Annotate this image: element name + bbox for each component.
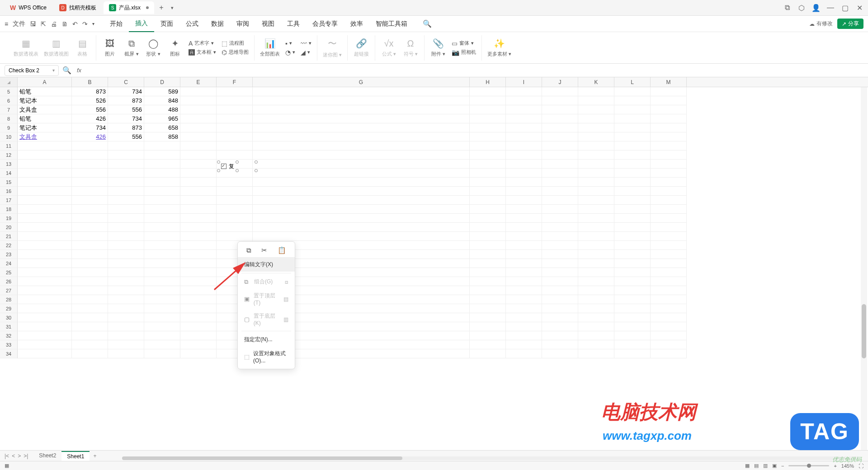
cell-D11[interactable]: [144, 141, 180, 150]
cell-L10[interactable]: [614, 132, 651, 141]
symbol-button[interactable]: Ω符号 ▾: [402, 38, 419, 57]
cell-C30[interactable]: [108, 313, 144, 322]
cell-H19[interactable]: [470, 214, 506, 223]
cell-H25[interactable]: [470, 268, 506, 277]
cell-B12[interactable]: [72, 150, 108, 160]
menu-item-6[interactable]: 视图: [255, 16, 281, 32]
row-header-20[interactable]: 20: [0, 223, 18, 232]
cell-K8[interactable]: [578, 114, 614, 123]
camera-button[interactable]: 📷照相机: [452, 49, 476, 56]
ctx-format-object[interactable]: ⬚设置对象格式(O)...: [238, 347, 295, 367]
horizontal-scrollbar[interactable]: [122, 456, 859, 461]
cell-E33[interactable]: [180, 340, 217, 349]
cell-I18[interactable]: [506, 205, 542, 214]
cell-A20[interactable]: [18, 223, 72, 232]
cell-M27[interactable]: [651, 286, 687, 295]
row-header-23[interactable]: 23: [0, 250, 18, 259]
cell-C28[interactable]: [108, 295, 144, 304]
view-pagebreak-icon[interactable]: ▤: [754, 463, 759, 469]
cell-L23[interactable]: [614, 250, 651, 259]
cell-D12[interactable]: [144, 150, 180, 160]
cell-H15[interactable]: [470, 178, 506, 187]
cell-E14[interactable]: [180, 169, 217, 178]
ctx-paste-icon[interactable]: 📋: [278, 246, 286, 254]
cell-A34[interactable]: [18, 349, 72, 358]
menu-item-2[interactable]: 页面: [154, 16, 179, 32]
cell-H16[interactable]: [470, 187, 506, 196]
cell-M17[interactable]: [651, 196, 687, 205]
cell-M25[interactable]: [651, 268, 687, 277]
cell-K7[interactable]: [578, 105, 614, 114]
print-icon[interactable]: 🖨: [51, 20, 57, 28]
cell-K33[interactable]: [578, 340, 614, 349]
cell-J13[interactable]: [542, 160, 578, 169]
cell-L32[interactable]: [614, 331, 651, 340]
cell-F8[interactable]: [217, 114, 253, 123]
cell-A23[interactable]: [18, 250, 72, 259]
cell-M8[interactable]: [651, 114, 687, 123]
cell-C14[interactable]: [108, 169, 144, 178]
cell-D22[interactable]: [144, 241, 180, 250]
cell-I30[interactable]: [506, 313, 542, 322]
cell-D33[interactable]: [144, 340, 180, 349]
chart-pie-button[interactable]: ◔▾: [285, 49, 295, 56]
cell-B24[interactable]: [72, 259, 108, 268]
cell-A25[interactable]: [18, 268, 72, 277]
cell-H28[interactable]: [470, 295, 506, 304]
cell-E12[interactable]: [180, 150, 217, 160]
tab-app[interactable]: W WPS Office: [5, 1, 52, 14]
screenshot-button[interactable]: ⧉截屏 ▾: [123, 38, 140, 57]
cell-E15[interactable]: [180, 178, 217, 187]
icons-button[interactable]: ✦图标: [167, 38, 183, 57]
cell-J34[interactable]: [542, 349, 578, 358]
cell-D31[interactable]: [144, 322, 180, 331]
cell-J26[interactable]: [542, 277, 578, 286]
row-header-33[interactable]: 33: [0, 340, 18, 349]
cell-L19[interactable]: [614, 214, 651, 223]
cell-D28[interactable]: [144, 295, 180, 304]
cell-M14[interactable]: [651, 169, 687, 178]
cell-C31[interactable]: [108, 322, 144, 331]
cell-M6[interactable]: [651, 96, 687, 105]
cell-H34[interactable]: [470, 349, 506, 358]
zoom-out-button[interactable]: −: [781, 463, 784, 469]
cell-K30[interactable]: [578, 313, 614, 322]
cell-K34[interactable]: [578, 349, 614, 358]
row-header-7[interactable]: 7: [0, 105, 18, 114]
zoom-slider[interactable]: [788, 465, 829, 466]
ctx-group[interactable]: ⧉组合(G) ⧈: [238, 275, 295, 289]
cell-I8[interactable]: [506, 114, 542, 123]
cell-C34[interactable]: [108, 349, 144, 358]
cell-C13[interactable]: [108, 160, 144, 169]
cell-B14[interactable]: [72, 169, 108, 178]
cell-I26[interactable]: [506, 277, 542, 286]
cell-E30[interactable]: [180, 313, 217, 322]
cell-H26[interactable]: [470, 277, 506, 286]
cell-M11[interactable]: [651, 141, 687, 150]
cell-B22[interactable]: [72, 241, 108, 250]
name-box[interactable]: Check Box 2 ▾: [5, 65, 59, 76]
cell-F11[interactable]: [217, 141, 253, 150]
cell-K10[interactable]: [578, 132, 614, 141]
cell-M24[interactable]: [651, 259, 687, 268]
cell-J16[interactable]: [542, 187, 578, 196]
cell-E5[interactable]: [180, 87, 217, 96]
cell-L14[interactable]: [614, 169, 651, 178]
cube-icon[interactable]: ⬡: [797, 4, 806, 12]
cell-K13[interactable]: [578, 160, 614, 169]
cell-A10[interactable]: 文具盒: [18, 132, 72, 141]
cell-M31[interactable]: [651, 322, 687, 331]
cell-L31[interactable]: [614, 322, 651, 331]
cell-M29[interactable]: [651, 304, 687, 313]
zoom-fx-icon[interactable]: 🔍: [62, 66, 71, 75]
cell-F21[interactable]: [217, 232, 253, 241]
cell-A15[interactable]: [18, 178, 72, 187]
cell-M32[interactable]: [651, 331, 687, 340]
cell-D20[interactable]: [144, 223, 180, 232]
cell-C16[interactable]: [108, 187, 144, 196]
cell-B11[interactable]: [72, 141, 108, 150]
cell-I15[interactable]: [506, 178, 542, 187]
col-header-L[interactable]: L: [614, 77, 651, 87]
cell-L8[interactable]: [614, 114, 651, 123]
cell-G10[interactable]: [253, 132, 470, 141]
